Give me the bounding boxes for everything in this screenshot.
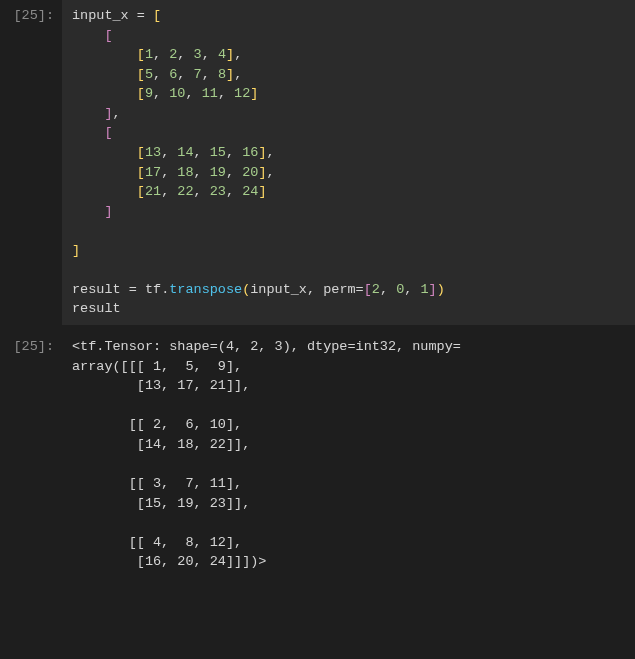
bracket-close-3: ] [258, 184, 266, 199]
comma: , [161, 165, 169, 180]
output-area[interactable]: <tf.Tensor: shape=(4, 2, 3), dtype=int32… [62, 331, 635, 578]
bracket-close-2: ] [104, 204, 112, 219]
bracket-close-3: ] [250, 86, 258, 101]
comma: , [194, 165, 202, 180]
comma: , [226, 145, 234, 160]
bracket-close-3: ] [258, 165, 266, 180]
bracket-close-perm: ] [429, 282, 437, 297]
bracket-open: [ [153, 8, 161, 23]
bracket-open-3: [ [137, 165, 145, 180]
comma: , [161, 145, 169, 160]
bracket-open-3: [ [137, 184, 145, 199]
indent [72, 67, 137, 82]
num: 5 [145, 67, 153, 82]
comma: , [202, 47, 210, 62]
num: 20 [242, 165, 258, 180]
comma: , [113, 106, 121, 121]
indent [72, 125, 104, 140]
output-cell: [25]: <tf.Tensor: shape=(4, 2, 3), dtype… [0, 331, 635, 578]
comma: , [307, 282, 315, 297]
input-prompt: [25]: [0, 0, 62, 26]
op-eq: = [129, 8, 153, 23]
comma: , [202, 67, 210, 82]
comma: , [380, 282, 388, 297]
bracket-open-3: [ [137, 47, 145, 62]
num: 3 [194, 47, 202, 62]
num: 12 [234, 86, 250, 101]
indent [72, 165, 137, 180]
comma: , [185, 86, 193, 101]
num: 17 [145, 165, 161, 180]
bracket-close-2: ] [104, 106, 112, 121]
bracket-close-3: ] [226, 67, 234, 82]
comma: , [177, 47, 185, 62]
num: 13 [145, 145, 161, 160]
comma: , [226, 165, 234, 180]
num: 19 [210, 165, 226, 180]
num: 16 [242, 145, 258, 160]
num: 18 [177, 165, 193, 180]
output-prompt: [25]: [0, 331, 62, 357]
bracket-open-2: [ [104, 125, 112, 140]
num: 24 [242, 184, 258, 199]
bracket-open-2: [ [104, 28, 112, 43]
bracket-open-3: [ [137, 86, 145, 101]
comma: , [404, 282, 412, 297]
num: 9 [145, 86, 153, 101]
num: 21 [145, 184, 161, 199]
comma: , [234, 67, 242, 82]
num: 2 [372, 282, 380, 297]
comma: , [153, 86, 161, 101]
fn-transpose: transpose [169, 282, 242, 297]
num: 23 [210, 184, 226, 199]
op-eq: = [121, 282, 145, 297]
comma: , [153, 47, 161, 62]
bracket-close-3: ] [258, 145, 266, 160]
code-editor[interactable]: input_x = [ [ [1, 2, 3, 4], [5, 6, 7, 8]… [62, 0, 635, 325]
comma: , [153, 67, 161, 82]
comma: , [177, 67, 185, 82]
bracket-open-3: [ [137, 145, 145, 160]
comma: , [267, 145, 275, 160]
num: 1 [145, 47, 153, 62]
indent [72, 204, 104, 219]
indent [72, 184, 137, 199]
comma: , [194, 184, 202, 199]
num: 14 [177, 145, 193, 160]
num: 8 [218, 67, 226, 82]
comma: , [226, 184, 234, 199]
indent [72, 86, 137, 101]
var-input-x: input_x [72, 8, 129, 23]
comma: , [234, 47, 242, 62]
indent [72, 47, 137, 62]
paren-close: ) [437, 282, 445, 297]
arg-input-x: input_x [250, 282, 307, 297]
comma: , [267, 165, 275, 180]
comma: , [218, 86, 226, 101]
num: 7 [194, 67, 202, 82]
comma: , [161, 184, 169, 199]
bracket-close: ] [72, 243, 80, 258]
bracket-open-perm: [ [364, 282, 372, 297]
indent [72, 145, 137, 160]
num: 15 [210, 145, 226, 160]
num: 22 [177, 184, 193, 199]
op-eq2: = [356, 282, 364, 297]
num: 1 [420, 282, 428, 297]
comma: , [194, 145, 202, 160]
mod-tf: tf [145, 282, 161, 297]
bracket-open-3: [ [137, 67, 145, 82]
num: 10 [169, 86, 185, 101]
expr-result: result [72, 301, 121, 316]
num: 11 [202, 86, 218, 101]
input-cell: [25]: input_x = [ [ [1, 2, 3, 4], [5, 6,… [0, 0, 635, 325]
kw-perm: perm [323, 282, 355, 297]
indent [72, 28, 104, 43]
num: 4 [218, 47, 226, 62]
var-result: result [72, 282, 121, 297]
bracket-close-3: ] [226, 47, 234, 62]
indent [72, 106, 104, 121]
